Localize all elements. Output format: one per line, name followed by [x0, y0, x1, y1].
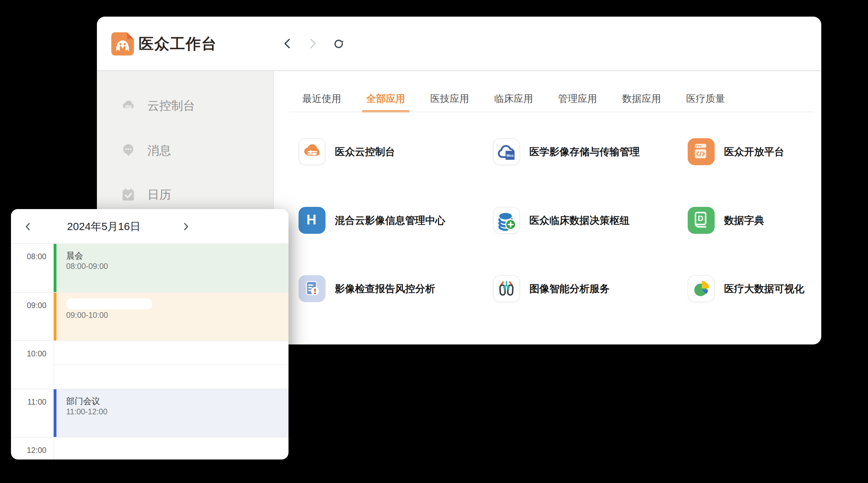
app-image-analysis-service[interactable]: 图像智能分析服务: [493, 275, 681, 302]
code-browser-icon: [688, 138, 715, 165]
app-open-platform[interactable]: 医众开放平台: [688, 138, 821, 165]
svg-text:H: H: [306, 212, 316, 227]
half-hour-line: [54, 364, 288, 365]
time-label: 11:00: [11, 397, 46, 407]
tab-medtech[interactable]: 医技应用: [430, 92, 469, 106]
app-data-dictionary[interactable]: D 数据字典: [688, 207, 821, 234]
sidebar-item-messages[interactable]: 消息: [97, 136, 273, 165]
event-masked[interactable]: 09:00-10:00: [54, 293, 288, 341]
forward-button[interactable]: [306, 37, 319, 50]
gutter-divider: [54, 438, 54, 459]
tab-data[interactable]: 数据应用: [622, 92, 661, 106]
calendar-icon: [120, 187, 136, 203]
event-title: 晨会: [66, 250, 83, 261]
calendar-date-title: 2024年5月16日: [49, 209, 159, 244]
dictionary-book-icon: D: [688, 207, 715, 234]
tab-clinical[interactable]: 临床应用: [494, 92, 533, 106]
window-header: 医众工作台: [97, 17, 821, 71]
calendar-next-button[interactable]: [180, 221, 192, 232]
app-label: 医学影像存储与传输管理: [529, 138, 640, 165]
event-time: 08:00-09:00: [66, 262, 108, 271]
calendar-header: 2024年5月16日: [11, 209, 288, 244]
tabs-divider: [289, 111, 814, 112]
tab-management[interactable]: 管理应用: [558, 92, 597, 106]
time-label: 12:00: [11, 446, 46, 455]
app-label: 影像检查报告风控分析: [335, 275, 435, 302]
app-label: 混合云影像信息管理中心: [335, 207, 445, 234]
sidebar-item-calendar[interactable]: 日历: [97, 181, 273, 209]
sidebar-item-label: 日历: [147, 187, 171, 203]
app-clinical-data-hub[interactable]: 医众临床数据决策枢纽: [493, 207, 681, 234]
cloud-mos-icon: Mos: [493, 138, 520, 165]
report-alert-icon: [299, 275, 326, 302]
lungs-icon: [493, 275, 520, 302]
sidebar-item-cloud-console[interactable]: 云控制台: [97, 92, 273, 120]
app-logo-icon: [111, 32, 134, 56]
calendar-row-1100: 11:00 部门会议 11:00-12:00: [11, 389, 288, 437]
tab-recent[interactable]: 最近使用: [302, 92, 341, 106]
app-hybrid-cloud-center[interactable]: H 混合云影像信息管理中心: [299, 207, 487, 234]
back-button[interactable]: [281, 37, 294, 50]
event-title: 部门会议: [66, 395, 100, 407]
tab-all-apps[interactable]: 全部应用: [366, 92, 405, 106]
app-bigdata-visualization[interactable]: 医疗大数据可视化: [688, 275, 821, 302]
sidebar-item-label: 云控制台: [147, 98, 195, 114]
calendar-row-1200: 12:00: [11, 437, 288, 459]
sidebar-item-label: 消息: [147, 142, 171, 159]
app-label: 数据字典: [724, 207, 764, 234]
message-icon: [120, 142, 136, 159]
app-label: 医疗大数据可视化: [724, 275, 804, 302]
database-plus-icon: [493, 207, 520, 234]
letter-h-icon: H: [299, 207, 326, 234]
time-label: 08:00: [11, 252, 46, 261]
svg-text:D: D: [698, 214, 703, 223]
tab-quality[interactable]: 医疗质量: [686, 92, 725, 106]
app-label: 医众临床数据决策枢纽: [529, 207, 630, 234]
cloud-sliders-icon: [299, 138, 326, 165]
app-report-risk-analysis[interactable]: 影像检查报告风控分析: [299, 275, 487, 302]
app-label: 图像智能分析服务: [529, 275, 610, 302]
svg-text:Mos: Mos: [506, 154, 514, 157]
event-morning-meeting[interactable]: 晨会 08:00-09:00: [54, 244, 288, 292]
pie-chart-icon: [688, 275, 715, 302]
time-label: 10:00: [11, 349, 46, 358]
app-medical-image-storage[interactable]: Mos 医学影像存储与传输管理: [493, 138, 681, 165]
event-time: 09:00-10:00: [66, 311, 108, 320]
refresh-button[interactable]: [332, 37, 345, 50]
app-label: 医众云控制台: [335, 138, 395, 165]
event-title-masked: [66, 298, 152, 309]
calendar-row-1000: 10:00: [11, 341, 288, 389]
event-time: 11:00-12:00: [66, 407, 107, 416]
calendar-row-0900: 09:00 09:00-10:00: [11, 292, 288, 341]
time-label: 09:00: [11, 301, 46, 310]
window-title: 医众工作台: [138, 32, 217, 56]
calendar-prev-button[interactable]: [22, 221, 34, 232]
calendar-row-0800: 08:00 晨会 08:00-09:00: [11, 244, 288, 292]
screen: 医众工作台: [0, 0, 868, 483]
cloud-console-icon: [120, 97, 136, 114]
app-cloud-console[interactable]: 医众云控制台: [299, 138, 487, 165]
event-department-meeting[interactable]: 部门会议 11:00-12:00: [54, 389, 288, 438]
app-category-tabs: 最近使用 全部应用 医技应用 临床应用 管理应用 数据应用 医疗质量: [302, 92, 725, 106]
calendar-panel: 2024年5月16日 08:00 晨会 08:00-09:00 09:00: [11, 209, 288, 459]
calendar-day-view: 08:00 晨会 08:00-09:00 09:00 09:00-10:00 1…: [11, 244, 288, 459]
app-label: 医众开放平台: [724, 138, 784, 165]
